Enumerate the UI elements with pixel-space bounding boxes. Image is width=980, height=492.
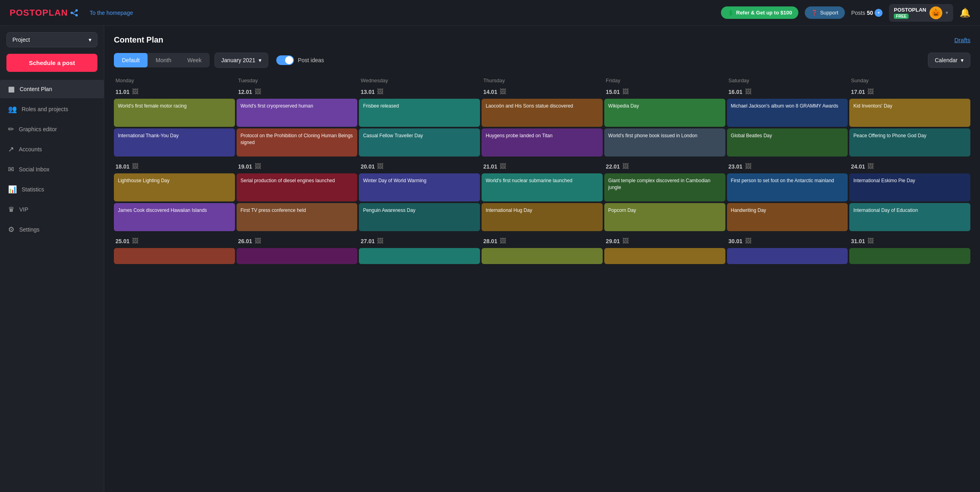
chevron-down-icon: ▾ — [961, 57, 964, 63]
event-cell[interactable]: Lighthouse Lighting Day — [114, 173, 235, 201]
post-ideas-toggle[interactable] — [276, 55, 294, 65]
add-posts-button[interactable]: + — [875, 9, 883, 17]
date-row-2: 18.01🖼 19.01🖼 20.01🖼 21.01🖼 22.01🖼 23.01… — [114, 161, 970, 172]
date-12: 12.01🖼 — [237, 87, 358, 97]
support-button[interactable]: ❓ Support — [805, 6, 845, 19]
event-cell[interactable] — [114, 248, 235, 264]
tab-week[interactable]: Week — [179, 53, 210, 67]
schedule-post-button[interactable]: Schedule a post — [6, 54, 97, 72]
project-selector[interactable]: Project ▾ — [6, 32, 97, 47]
date-16: 16.01🖼 — [727, 87, 848, 97]
event-cell[interactable]: Handwriting Day — [727, 203, 848, 231]
topnav-right: 💲 Refer & Get up to $100 ❓ Support Posts… — [721, 4, 970, 22]
event-cell[interactable]: International Day of Education — [849, 203, 970, 231]
event-cell[interactable]: Wikipedia Day — [604, 99, 725, 127]
event-cell[interactable] — [849, 248, 970, 264]
add-post-icon-31[interactable]: 🖼 — [867, 238, 874, 245]
add-post-icon-29[interactable]: 🖼 — [622, 238, 629, 245]
event-cell[interactable]: Kid Inventors' Day — [849, 99, 970, 127]
day-header-monday: Monday — [114, 77, 235, 83]
event-cell[interactable]: Michael Jackson's album won 8 GRAMMY Awa… — [727, 99, 848, 127]
add-post-icon-19[interactable]: 🖼 — [255, 163, 261, 170]
add-post-icon-16[interactable]: 🖼 — [745, 88, 751, 96]
event-cell[interactable]: Huygens probe landed on Titan — [482, 128, 603, 157]
event-cell[interactable]: Penguin Awareness Day — [359, 203, 480, 231]
sidebar-item-social-inbox[interactable]: ✉ Social Inbox — [0, 160, 104, 179]
drafts-link[interactable]: Drafts — [954, 37, 970, 43]
add-post-icon-12[interactable]: 🖼 — [255, 88, 261, 96]
add-post-icon-15[interactable]: 🖼 — [622, 88, 629, 96]
add-post-icon-23[interactable]: 🖼 — [745, 163, 751, 170]
sidebar-item-roles[interactable]: 👥 Roles and projects — [0, 100, 104, 118]
event-cell[interactable] — [359, 248, 480, 264]
event-cell[interactable]: Casual Fellow Traveller Day — [359, 128, 480, 157]
view-tabs: Default Month Week — [114, 53, 210, 67]
event-cell[interactable]: World's first phone book issued in Londo… — [604, 128, 725, 157]
event-cell[interactable]: Frisbee released — [359, 99, 480, 127]
roles-icon: 👥 — [8, 105, 17, 114]
refer-button[interactable]: 💲 Refer & Get up to $100 — [721, 6, 798, 19]
add-post-icon-24[interactable]: 🖼 — [867, 163, 874, 170]
sidebar-item-accounts[interactable]: ↗ Accounts — [0, 140, 104, 159]
add-post-icon-14[interactable]: 🖼 — [500, 88, 506, 96]
sidebar-item-content-plan[interactable]: ▦ Content Plan — [0, 80, 104, 98]
homepage-link[interactable]: To the homepage — [90, 10, 133, 16]
add-post-icon-20[interactable]: 🖼 — [377, 163, 383, 170]
event-cell[interactable] — [482, 248, 603, 264]
event-cell[interactable]: Protocol on the Prohibition of Cloning H… — [237, 128, 358, 157]
day-header-wednesday: Wednesday — [359, 77, 480, 83]
event-cell[interactable]: International Eskimo Pie Day — [849, 173, 970, 201]
event-cell[interactable]: Popcorn Day — [604, 203, 725, 231]
add-post-icon-26[interactable]: 🖼 — [255, 238, 261, 245]
week-row-3: 25.01🖼 26.01🖼 27.01🖼 28.01🖼 29.01🖼 30.01… — [114, 236, 970, 264]
event-cell[interactable]: Laocoön and His Sons statue discovered — [482, 99, 603, 127]
tab-default[interactable]: Default — [114, 53, 148, 67]
date-13: 13.01🖼 — [359, 87, 480, 97]
event-cell[interactable]: International Hug Day — [482, 203, 603, 231]
sidebar-item-statistics[interactable]: 📊 Statistics — [0, 180, 104, 199]
event-cell[interactable]: International Thank-You Day — [114, 128, 235, 157]
add-post-icon-18[interactable]: 🖼 — [132, 163, 138, 170]
event-cell[interactable] — [727, 248, 848, 264]
add-post-icon-13[interactable]: 🖼 — [377, 88, 383, 96]
add-post-icon-22[interactable]: 🖼 — [622, 163, 629, 170]
date-17: 17.01🖼 — [849, 87, 970, 97]
tab-month[interactable]: Month — [148, 53, 179, 67]
free-badge: FREE — [894, 14, 909, 19]
notification-bell-icon[interactable]: 🔔 — [960, 8, 970, 18]
post-ideas-toggle-area: Post ideas — [276, 55, 324, 65]
event-cell[interactable] — [604, 248, 725, 264]
sidebar-item-settings[interactable]: ⚙ Settings — [0, 220, 104, 239]
sidebar-item-graphics[interactable]: ✏ Graphics editor — [0, 120, 104, 138]
event-cell[interactable]: Giant temple complex discovered in Cambo… — [604, 173, 725, 201]
event-cell[interactable]: World's first nuclear submarine launched — [482, 173, 603, 201]
add-post-icon-11[interactable]: 🖼 — [132, 88, 138, 96]
event-cell[interactable]: First person to set foot on the Antarcti… — [727, 173, 848, 201]
page-title: Content Plan — [114, 35, 163, 45]
add-post-icon-21[interactable]: 🖼 — [500, 163, 506, 170]
event-cell[interactable] — [237, 248, 358, 264]
event-cell[interactable]: Serial production of diesel engines laun… — [237, 173, 358, 201]
week-row-2: 18.01🖼 19.01🖼 20.01🖼 21.01🖼 22.01🖼 23.01… — [114, 161, 970, 231]
event-cell[interactable]: First TV press conference held — [237, 203, 358, 231]
event-cell[interactable]: World's first cryopreserved human — [237, 99, 358, 127]
event-cell[interactable]: Peace Offering to Phone God Day — [849, 128, 970, 157]
chevron-down-icon: ▾ — [259, 57, 261, 63]
add-post-icon-28[interactable]: 🖼 — [500, 238, 506, 245]
date-row-3: 25.01🖼 26.01🖼 27.01🖼 28.01🖼 29.01🖼 30.01… — [114, 236, 970, 246]
add-post-icon-30[interactable]: 🖼 — [745, 238, 751, 245]
event-cell[interactable]: Winter Day of World Warming — [359, 173, 480, 201]
month-selector[interactable]: January 2021 ▾ — [215, 53, 268, 68]
svg-line-4 — [73, 13, 76, 15]
logo: POSTOPLAN — [10, 8, 79, 18]
add-post-icon-17[interactable]: 🖼 — [867, 88, 874, 96]
event-cell[interactable]: Global Beatles Day — [727, 128, 848, 157]
add-post-icon-27[interactable]: 🖼 — [377, 238, 383, 245]
sidebar-item-vip[interactable]: ♛ VIP — [0, 200, 104, 219]
add-post-icon-25[interactable]: 🖼 — [132, 238, 138, 245]
calendar-selector[interactable]: Calendar ▾ — [928, 53, 970, 68]
user-profile[interactable]: POSTOPLAN FREE 🎃 ▾ — [889, 4, 953, 22]
event-cell[interactable]: James Cook discovered Hawaiian Islands — [114, 203, 235, 231]
event-cell[interactable]: World's first female motor racing — [114, 99, 235, 127]
calendar-grid: Monday Tuesday Wednesday Thursday Friday… — [114, 77, 970, 264]
